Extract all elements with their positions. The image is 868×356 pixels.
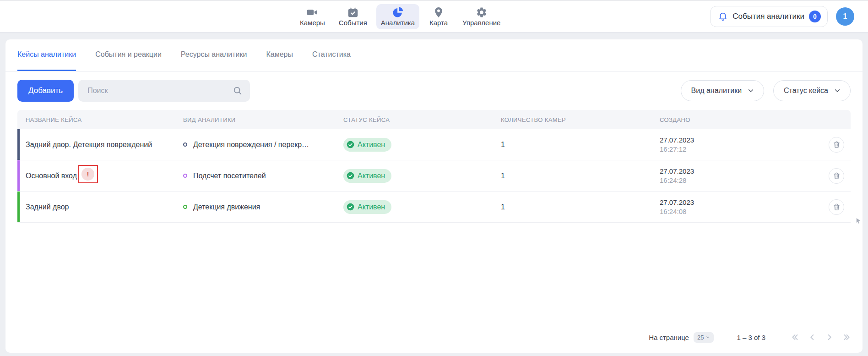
check-circle-icon: [347, 172, 354, 180]
last-page-icon[interactable]: [841, 332, 852, 343]
analytics-type-cell: Подсчет посетителей: [183, 172, 343, 180]
created-cell: 27.07.2023 16:24:08: [660, 198, 817, 216]
table-row[interactable]: Основной вход ! Подсчет посетителей Акти…: [17, 160, 851, 192]
topbar-right-controls: События аналитики 0 1: [710, 0, 854, 33]
column-header-2: СТАТУС КЕЙСА: [343, 116, 501, 123]
chevron-down-icon: [747, 87, 754, 94]
case-status-cell: Активен: [343, 138, 501, 152]
nav-item-label: Камеры: [300, 19, 325, 27]
created-cell: 27.07.2023 16:27:12: [660, 136, 817, 154]
bell-icon: [718, 11, 728, 22]
prev-page-icon[interactable]: [807, 332, 818, 343]
column-header-1: ВИД АНАЛИТИКИ: [183, 116, 343, 123]
analytics-type-icon: [183, 142, 187, 147]
analytics-type-cell: Детекция повреждения / перекр…: [183, 141, 343, 149]
per-page-label: На странице: [649, 334, 689, 341]
delete-case-button[interactable]: [829, 168, 844, 184]
case-name-cell: Задний двор: [26, 203, 183, 211]
main-navigation: КамерыСобытияАналитикаКартаУправление: [295, 0, 505, 33]
nav-item-analytics[interactable]: Аналитика: [376, 4, 419, 29]
analytics-type-label: Подсчет посетителей: [193, 172, 266, 180]
created-time: 16:24:28: [660, 176, 817, 185]
nav-item-label: Аналитика: [381, 19, 415, 27]
events-count-badge: 0: [809, 11, 821, 22]
created-date: 27.07.2023: [660, 198, 817, 207]
trash-icon: [833, 141, 841, 148]
case-name-cell: Основной вход !: [26, 167, 183, 185]
tab-3[interactable]: Камеры: [266, 50, 293, 71]
row-accent-bar: [17, 192, 20, 222]
trash-icon: [833, 203, 841, 211]
tab-1[interactable]: События и реакции: [95, 50, 162, 71]
analytics-events-button[interactable]: События аналитики 0: [710, 6, 828, 27]
nav-item-label: События: [339, 19, 367, 27]
chevron-down-icon: [705, 335, 710, 340]
range-text: 1 – 3 of 3: [737, 334, 765, 341]
nav-item-map[interactable]: Карта: [424, 4, 453, 29]
status-label: Активен: [358, 172, 385, 180]
tab-0[interactable]: Кейсы аналитики: [17, 50, 76, 71]
first-page-icon[interactable]: [789, 332, 800, 343]
column-header-0: НАЗВАНИЕ КЕЙСА: [26, 116, 183, 123]
filter-group: Вид аналитикиСтатус кейса: [681, 80, 851, 101]
case-status-filter[interactable]: Статус кейса: [773, 80, 851, 101]
analytics-type-filter[interactable]: Вид аналитики: [681, 80, 765, 101]
user-avatar[interactable]: 1: [836, 7, 854, 26]
status-label: Активен: [358, 141, 385, 149]
nav-item-management[interactable]: Управление: [458, 4, 505, 29]
pie-chart-icon: [392, 6, 404, 18]
row-accent-bar: [17, 160, 20, 191]
cameras-count-cell: 1: [501, 172, 660, 180]
nav-item-cameras[interactable]: Камеры: [295, 4, 330, 29]
analytics-type-icon: [183, 174, 187, 178]
cameras-count-cell: 1: [501, 141, 660, 149]
add-button[interactable]: Добавить: [17, 80, 74, 102]
table-row[interactable]: Задний двор Детекция движения Активен 1 …: [17, 192, 851, 223]
main-panel: Кейсы аналитикиСобытия и реакцииРесурсы …: [5, 39, 863, 353]
mouse-cursor: [856, 218, 862, 226]
status-badge: Активен: [343, 200, 391, 214]
case-name: Задний двор. Детекция повреждений: [26, 141, 152, 149]
filter-label: Статус кейса: [784, 87, 828, 95]
row-accent-bar: [17, 129, 20, 160]
created-time: 16:27:12: [660, 145, 817, 154]
status-label: Активен: [358, 203, 385, 211]
case-name: Основной вход: [26, 172, 77, 180]
nav-item-events[interactable]: События: [334, 4, 372, 29]
analytics-type-cell: Детекция движения: [183, 203, 343, 211]
tab-4[interactable]: Статистика: [312, 50, 351, 71]
pager-controls: [789, 332, 852, 343]
top-bar: КамерыСобытияАналитикаКартаУправление Со…: [0, 0, 868, 33]
next-page-icon[interactable]: [824, 332, 835, 343]
analytics-events-label: События аналитики: [732, 12, 804, 21]
case-status-cell: Активен: [343, 200, 501, 214]
map-pin-icon: [433, 6, 445, 18]
case-name-cell: Задний двор. Детекция повреждений: [26, 141, 183, 149]
analytics-type-label: Детекция повреждения / перекр…: [193, 141, 309, 149]
delete-case-button[interactable]: [829, 199, 844, 215]
per-page-value: 25: [697, 334, 704, 341]
calendar-events-icon: [347, 6, 359, 18]
table-row[interactable]: Задний двор. Детекция повреждений Детекц…: [17, 129, 851, 160]
gear-icon: [476, 6, 488, 18]
warning-icon: !: [81, 168, 94, 181]
per-page-select[interactable]: 25: [694, 332, 714, 343]
created-cell: 27.07.2023 16:24:28: [660, 167, 817, 185]
search-input[interactable]: [87, 87, 233, 95]
created-time: 16:24:08: [660, 207, 817, 216]
tab-2[interactable]: Ресурсы аналитики: [181, 50, 247, 71]
case-status-cell: Активен: [343, 169, 501, 183]
analytics-type-label: Детекция движения: [193, 203, 260, 211]
analytics-type-icon: [183, 205, 187, 209]
cases-table: НАЗВАНИЕ КЕЙСАВИД АНАЛИТИКИСТАТУС КЕЙСАК…: [17, 110, 851, 223]
alert-highlight-box: !: [78, 165, 98, 183]
chevron-down-icon: [834, 87, 841, 94]
search-icon: [233, 86, 243, 96]
created-date: 27.07.2023: [660, 136, 817, 145]
table-header: НАЗВАНИЕ КЕЙСАВИД АНАЛИТИКИСТАТУС КЕЙСАК…: [17, 110, 851, 129]
column-header-4: СОЗДАНО: [660, 116, 817, 123]
table-body: Задний двор. Детекция повреждений Детекц…: [17, 129, 851, 223]
status-badge: Активен: [343, 169, 391, 183]
delete-case-button[interactable]: [829, 137, 844, 153]
filter-label: Вид аналитики: [691, 87, 742, 95]
